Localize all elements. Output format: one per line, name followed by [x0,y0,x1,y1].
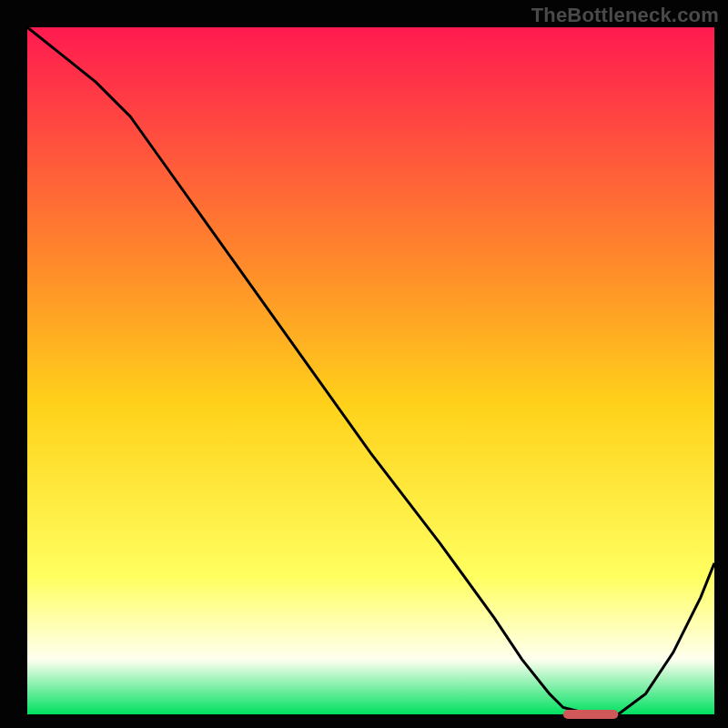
gradient-panel [27,27,714,714]
chart-svg [0,0,728,728]
watermark-text: TheBottleneck.com [531,4,719,27]
minimum-marker [563,710,618,719]
chart-stage: TheBottleneck.com [0,0,728,728]
